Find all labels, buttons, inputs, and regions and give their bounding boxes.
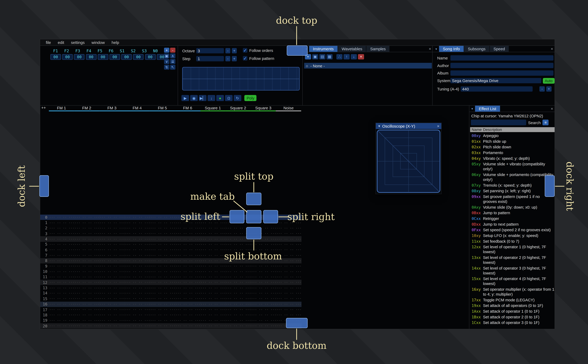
channel-header[interactable]: FM 5 [150, 106, 175, 111]
effect-row[interactable]: 01xx Pitch slide up [470, 138, 555, 144]
pattern-cell[interactable]: ··· ·· ·· ··· [49, 286, 74, 290]
pattern-cell[interactable]: ··· ·· ·· ··· [49, 302, 74, 306]
pattern-cell[interactable]: ··· ·· ·· ··· [175, 286, 200, 290]
pattern-row[interactable]: 9··· ·· ·· ······ ·· ·· ······ ·· ·· ···… [40, 263, 302, 269]
pattern-row[interactable]: 15··· ·· ·· ······ ·· ·· ······ ·· ·· ··… [40, 296, 302, 301]
effect-columns-button[interactable]: ∨ [164, 59, 169, 64]
octave-minus-button[interactable]: - [225, 48, 230, 53]
pattern-cell[interactable]: ··· ·· ·· ··· [99, 308, 125, 312]
pattern-cell[interactable]: ··· ·· ·· ··· [49, 297, 74, 300]
pattern-cell[interactable]: ··· ·· ·· ··· [99, 292, 125, 295]
pattern-cell[interactable]: ··· ·· ·· ··· [175, 292, 200, 295]
pattern-cell[interactable]: ··· ·· ·· ··· [251, 313, 276, 317]
song-info-tab[interactable]: Speed [490, 46, 509, 52]
pattern-cell[interactable]: ··· ·· ·· ··· [200, 264, 225, 268]
pattern-cell[interactable]: ··· ·· ·· ··· [99, 248, 125, 252]
dock-top-indicator[interactable] [287, 45, 308, 56]
pattern-cell[interactable]: ··· ·· ·· ··· [74, 286, 99, 290]
pattern-row[interactable]: 21··· ·· ·· ······ ·· ·· ······ ·· ·· ··… [40, 329, 302, 329]
pattern-row[interactable]: 5··· ·· ·· ······ ·· ·· ······ ·· ·· ···… [40, 242, 302, 247]
split-right-indicator[interactable] [263, 210, 278, 223]
pattern-cell[interactable]: ··· ·· ·· ··· [125, 248, 150, 252]
transport-button[interactable]: ↓ [208, 95, 215, 101]
pattern-cell[interactable]: ··· ·· ·· ··· [200, 281, 225, 284]
pattern-cell[interactable]: ··· ·· ·· ··· [276, 297, 301, 300]
asset-toolbar-button[interactable]: ∴ [336, 54, 343, 59]
pattern-cell[interactable]: ··· ·· ·· ··· [99, 242, 125, 246]
effect-row[interactable]: 08xy Set panning (x: left; y: right) [470, 188, 555, 194]
effect-row[interactable]: 0Fxx Set speed (speed 2 if no grooves ex… [470, 227, 555, 233]
transport-button[interactable]: Ω [225, 95, 233, 101]
pattern-cell[interactable]: ··· ·· ·· ··· [74, 226, 99, 230]
channel-header[interactable]: Square 3 [251, 106, 276, 111]
pattern-cell[interactable]: ··· ·· ·· ··· [99, 226, 125, 230]
pattern-cell[interactable]: ··· ·· ·· ··· [150, 232, 175, 235]
pattern-cell[interactable]: ··· ·· ·· ··· [49, 281, 74, 284]
pattern-cell[interactable]: ··· ·· ·· ··· [225, 286, 251, 290]
pattern-cell[interactable]: ··· ·· ·· ··· [251, 286, 276, 290]
dock-bottom-indicator[interactable] [286, 318, 308, 328]
split-top-indicator[interactable] [246, 193, 261, 205]
pattern-cell[interactable]: ··· ·· ·· ··· [49, 319, 74, 322]
pattern-row[interactable]: 20··· ·· ·· ······ ·· ·· ······ ·· ·· ··… [40, 323, 302, 329]
pattern-cell[interactable]: ··· ·· ·· ··· [125, 319, 150, 322]
pattern-cell[interactable]: ··· ·· ·· ··· [276, 226, 301, 230]
pattern-cell[interactable]: ··· ·· ·· ··· [200, 324, 225, 328]
pattern-cell[interactable]: ··· ·· ·· ··· [200, 248, 225, 252]
effect-column-value[interactable]: 00 [133, 54, 144, 60]
pattern-cell[interactable]: ··· ·· ·· ··· [200, 259, 225, 263]
pattern-cell[interactable]: ··· ·· ·· ··· [225, 302, 251, 306]
effect-row[interactable]: 11xx Set feedback (0 to 7) [470, 238, 555, 244]
pattern-cell[interactable]: ··· ·· ·· ··· [74, 302, 99, 306]
pattern-cell[interactable]: ··· ·· ·· ··· [175, 237, 200, 241]
effect-row[interactable]: 00xy Arpeggio [470, 133, 555, 139]
effect-row[interactable]: 05xy Volume slide + vibrato (compatibili… [470, 161, 555, 172]
effect-columns-button[interactable]: ▣ [164, 53, 169, 58]
pattern-cell[interactable]: ··· ·· ·· ··· [74, 281, 99, 284]
dock-left-indicator[interactable] [40, 175, 49, 197]
follow-pattern-checkbox[interactable]: ✓ [243, 56, 247, 60]
pattern-cell[interactable]: ··· ·· ·· ··· [49, 215, 74, 219]
pattern-cell[interactable]: ··· ·· ·· ··· [49, 308, 74, 312]
pattern-row[interactable]: 3··· ·· ·· ······ ·· ·· ······ ·· ·· ···… [40, 231, 302, 236]
effect-row[interactable]: 12xx Set level of operator 1 (0 highest,… [470, 244, 555, 255]
effect-row[interactable]: 07xy Tremolo (x: speed; y: depth) [470, 182, 555, 188]
dock-right-indicator[interactable] [545, 175, 555, 197]
channel-header[interactable]: Square 2 [225, 106, 251, 111]
pattern-cell[interactable]: ··· ·· ·· ··· [125, 215, 150, 219]
effect-column-value[interactable]: 00 [98, 54, 108, 60]
pattern-cell[interactable]: ··· ·· ·· ··· [175, 264, 200, 268]
effect-column-value[interactable]: 00 [109, 54, 120, 60]
pattern-cell[interactable]: ··· ·· ·· ··· [150, 259, 175, 263]
pattern-cell[interactable]: ··· ·· ·· ··· [74, 319, 99, 322]
song-album-input[interactable] [450, 70, 554, 76]
pattern-cell[interactable]: ··· ·· ·· ··· [225, 324, 251, 328]
pattern-cell[interactable]: ··· ·· ·· ··· [150, 270, 175, 273]
song-info-tab[interactable]: Song Info [439, 46, 464, 52]
effect-column-value[interactable]: 00 [62, 54, 73, 60]
pattern-cell[interactable]: ··· ·· ·· ··· [276, 308, 301, 312]
pattern-cell[interactable]: ··· ·· ·· ··· [276, 286, 301, 290]
pattern-cell[interactable]: ··· ·· ·· ··· [150, 319, 175, 322]
pattern-cell[interactable]: ··· ·· ·· ··· [125, 308, 150, 312]
pattern-cell[interactable]: ··· ·· ·· ··· [150, 308, 175, 312]
pattern-cell[interactable]: ··· ·· ·· ··· [175, 302, 200, 306]
pattern-cell[interactable]: ··· ·· ·· ··· [150, 254, 175, 257]
effect-list-tab[interactable]: Effect List [475, 106, 500, 112]
effect-row[interactable]: 03xx Portamento [470, 150, 555, 156]
transport-button[interactable]: ◉ [190, 95, 198, 101]
pattern-cell[interactable]: ··· ·· ·· ··· [251, 270, 276, 273]
pattern-row[interactable]: 19··· ·· ·· ······ ·· ·· ······ ·· ·· ··… [40, 318, 302, 323]
pattern-row[interactable]: 4··· ·· ·· ······ ·· ·· ······ ·· ·· ···… [40, 236, 302, 242]
pattern-cell[interactable]: ··· ·· ·· ··· [74, 259, 99, 263]
pattern-cell[interactable]: ··· ·· ·· ··· [225, 308, 251, 312]
pattern-row[interactable]: 12··· ·· ·· ······ ·· ·· ······ ·· ·· ··… [40, 280, 302, 285]
tab-list-dropdown-icon[interactable]: ▾ [469, 106, 475, 112]
pattern-cell[interactable]: ··· ·· ·· ··· [225, 281, 251, 284]
asset-toolbar-button[interactable]: ▤ [319, 54, 325, 59]
pattern-row[interactable]: 11··· ·· ·· ······ ·· ·· ······ ·· ·· ··… [40, 274, 302, 280]
pattern-cell[interactable]: ··· ·· ·· ··· [150, 226, 175, 230]
menu-item[interactable]: window [88, 39, 108, 46]
effect-column-value[interactable]: 00 [121, 54, 132, 60]
effect-row[interactable]: 0Cxx Retrigger [470, 216, 555, 221]
